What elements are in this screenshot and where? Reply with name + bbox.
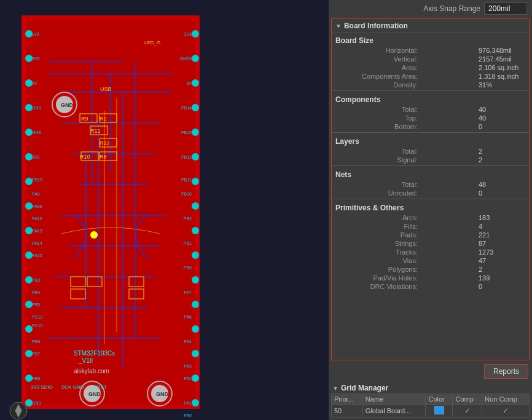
pcb-canvas-area: R9 R2 R11 R12 R10 R8 USB LED_G GND GND G… (0, 0, 329, 420)
svg-text:PA14: PA14 (32, 241, 42, 245)
comp-total-row: Total: 40 (332, 105, 529, 114)
svg-text:PB0: PB0 (184, 266, 192, 270)
svg-text:PB2: PB2 (184, 216, 192, 221)
svg-text:PB4: PB4 (32, 290, 40, 295)
svg-text:STM32F103Cx: STM32F103Cx (74, 350, 115, 357)
polygons-value[interactable]: 2 (475, 266, 524, 273)
components-area-row: Components Area: 1.318 sq.inch (332, 72, 529, 81)
density-value: 31% (475, 81, 524, 89)
vertical-value: 2157.45mil (475, 55, 524, 63)
components-area-label: Components Area: (344, 73, 418, 80)
grid-col-name[interactable]: Name (362, 394, 426, 405)
grid-table-body: 50 Global Board... ✓ ✓ (332, 405, 530, 418)
comp-bottom-label: Bottom: (344, 123, 418, 130)
comp-bottom-row: Bottom: 0 (332, 122, 529, 131)
svg-text:PB14: PB14 (181, 106, 192, 110)
svg-text:PB6: PB6 (32, 339, 40, 344)
grid-collapse-icon[interactable]: ▼ (332, 385, 338, 392)
grid-col-priority[interactable]: Prior... (332, 394, 363, 405)
svg-text:LV8: LV8 (32, 32, 39, 36)
vertical-row: Vertical: 2157.45mil (332, 55, 529, 63)
svg-text:5V: 5V (186, 81, 192, 85)
board-info-title: Board Information (344, 22, 408, 30)
svg-point-123 (90, 231, 98, 239)
comp-check-icon: ✓ (464, 406, 471, 415)
svg-text:NRST: NRST (93, 384, 107, 390)
board-info-panel: ▼ Board Information Board Size Horizonta… (331, 18, 530, 360)
layers-signal-value: 2 (475, 156, 524, 164)
nets-title: Nets (332, 167, 529, 180)
grid-table: Prior... Name Color Comp Non Comp 50 Glo… (331, 394, 530, 418)
grid-comp-cell[interactable]: ✓ (453, 405, 482, 418)
right-panel: Axis Snap Range ▼ Board Information Boar… (329, 0, 532, 420)
fills-row: Fills: 4 (332, 222, 529, 231)
layers-total-row: Total: 2 (332, 147, 529, 156)
density-label: Density: (344, 81, 418, 89)
axis-snap-input[interactable] (484, 2, 527, 15)
board-size-title: Board Size (332, 33, 529, 46)
axis-snap-row: Axis Snap Range (329, 0, 532, 17)
horizontal-value: 976.348mil (475, 47, 524, 54)
layers-total-value[interactable]: 2 (475, 148, 524, 155)
strings-value: 87 (475, 240, 524, 247)
nets-unrouted-value[interactable]: 0 (475, 189, 524, 197)
svg-text:PA3: PA3 (184, 364, 192, 368)
svg-text:USB: USB (100, 86, 112, 92)
svg-text:PA9e: PA9e (32, 204, 42, 208)
svg-text:PC15: PC15 (32, 323, 43, 328)
svg-text:PA10: PA10 (32, 216, 42, 221)
svg-text:PA8: PA8 (32, 192, 40, 196)
horizontal-label: Horizontal: (344, 47, 418, 54)
svg-text:PA13: PA13 (32, 229, 42, 233)
svg-point-46 (192, 227, 199, 234)
area-row: Area: 2.106 sq.inch (332, 63, 529, 72)
svg-text:3V3 SDIO: 3V3 SDIO (31, 384, 53, 390)
svg-point-43 (192, 153, 199, 160)
svg-text:GND9: GND9 (180, 57, 192, 61)
grid-col-comp[interactable]: Comp (453, 394, 482, 405)
reports-row: Reports (329, 362, 532, 381)
grid-noncomp-cell[interactable]: ✓ (482, 405, 530, 418)
noncomp-check-icon: ✓ (503, 406, 509, 415)
area-value: 2.106 sq.inch (475, 64, 524, 71)
svg-text:PA0: PA0 (184, 413, 192, 418)
color-swatch[interactable] (434, 406, 444, 414)
svg-point-52 (192, 374, 199, 382)
svg-point-38 (192, 30, 199, 38)
vias-label: Vias: (344, 257, 418, 264)
svg-text:PA6: PA6 (184, 315, 192, 319)
pad-via-label: Pad/Via Holes: (344, 274, 418, 282)
reports-button[interactable]: Reports (484, 364, 528, 379)
grid-col-noncomp[interactable]: Non Comp (482, 394, 530, 405)
drc-label: DRC Violations: (344, 283, 418, 290)
svg-text:LED_G: LED_G (144, 40, 160, 46)
fills-value: 4 (475, 223, 524, 230)
polygons-label: Polygons: (344, 266, 418, 273)
arcs-label: Arcs: (344, 214, 418, 221)
comp-total-value[interactable]: 40 (475, 106, 524, 113)
svg-text:PB1: PB1 (184, 241, 192, 245)
drc-value[interactable]: 0 (475, 283, 524, 290)
svg-point-44 (192, 178, 199, 185)
grid-col-color[interactable]: Color (426, 394, 453, 405)
pad-via-row: Pad/Via Holes: 139 (332, 274, 529, 282)
collapse-icon[interactable]: ▼ (335, 23, 342, 30)
layers-title: Layers (332, 134, 529, 147)
svg-text:GND: GND (61, 102, 74, 108)
vias-value: 47 (475, 257, 524, 264)
comp-top-label: Top: (344, 114, 418, 122)
comp-top-value: 40 (475, 114, 524, 122)
svg-text:3V3: 3V3 (32, 155, 40, 159)
svg-text:5V: 5V (32, 81, 37, 85)
svg-text:_V1II: _V1II (78, 357, 93, 364)
nets-total-value[interactable]: 48 (475, 181, 524, 188)
pads-value: 221 (475, 231, 524, 239)
svg-text:PB15: PB15 (32, 178, 42, 182)
svg-text:GND: GND (156, 391, 169, 397)
primitives-title: Primitives & Others (332, 200, 529, 213)
svg-text:R10: R10 (80, 154, 90, 160)
pcb-svg: R9 R2 R11 R12 R10 R8 USB LED_G GND GND G… (0, 0, 329, 420)
arcs-value: 183 (475, 214, 524, 221)
area-label: Area: (344, 64, 418, 71)
comp-top-row: Top: 40 (332, 114, 529, 122)
